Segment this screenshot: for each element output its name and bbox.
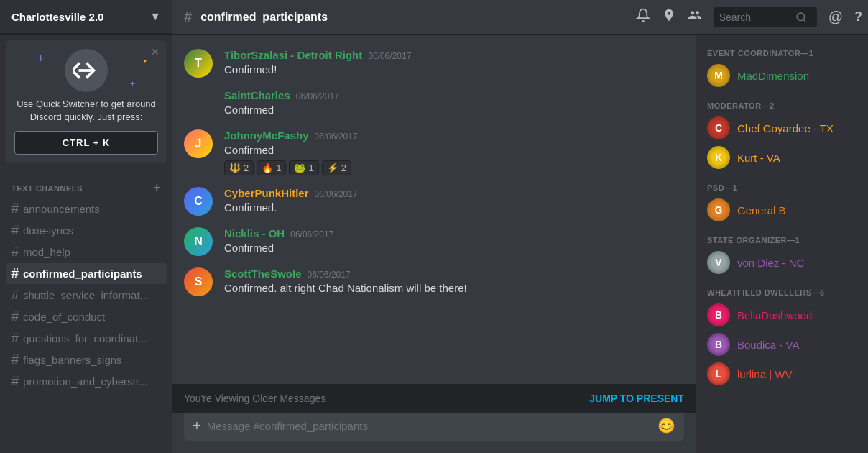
- message-header: JohnnyMcFashy 06/06/2017: [224, 129, 684, 142]
- message-content: Nicklis - OH 06/06/2017 Confirmed: [224, 227, 684, 256]
- channel-item-dixie-lyrics[interactable]: #dixie-lyrics: [6, 220, 167, 241]
- message-text: Confirmed. alt right Chad Nationalism wi…: [224, 281, 684, 296]
- message-author[interactable]: CyberPunkHitler: [224, 187, 309, 199]
- reaction[interactable]: 🐸1: [289, 160, 318, 175]
- channel-hash: #: [11, 223, 19, 238]
- reaction[interactable]: 🔱2: [224, 160, 254, 175]
- channel-name: promotion_and_cyberstr...: [23, 375, 147, 388]
- member-avatar: B: [707, 333, 730, 356]
- member-item[interactable]: V von Diez - NC: [696, 248, 868, 277]
- at-icon[interactable]: @: [828, 9, 843, 25]
- member-name: Chef Goyardee - TX: [737, 122, 834, 134]
- avatar: C: [184, 187, 213, 216]
- help-icon[interactable]: ?: [854, 9, 862, 24]
- message-header: SaintCharles 06/06/2017: [224, 89, 684, 101]
- member-item[interactable]: B BellaDashwood: [696, 301, 868, 329]
- member-item[interactable]: M MadDimension: [696, 61, 868, 90]
- reaction-count: 1: [308, 163, 313, 173]
- bell-icon[interactable]: [636, 8, 650, 26]
- attach-file-icon[interactable]: +: [193, 418, 201, 434]
- search-input[interactable]: [719, 12, 791, 23]
- sidebar-right: EVENT COORDINATOR—1 M MadDimension MODER…: [696, 35, 868, 453]
- arrows-icon: [73, 58, 99, 83]
- message-header: Nicklis - OH 06/06/2017: [224, 227, 684, 239]
- channel-item-flags-banners-signs[interactable]: #flags_banners_signs: [6, 349, 167, 370]
- channel-item-announcements[interactable]: #announcements: [6, 198, 167, 219]
- emoji-icon[interactable]: 😊: [657, 417, 675, 434]
- reaction-emoji: 🔥: [262, 163, 273, 173]
- message-header: ScottTheSwole 06/06/2017: [224, 267, 684, 280]
- message-author[interactable]: JohnnyMcFashy: [224, 129, 309, 142]
- reaction-count: 1: [276, 163, 281, 173]
- role-header: PSD—1: [696, 178, 868, 195]
- member-name: lurlina | WV: [737, 368, 792, 380]
- channel-item-mod-help[interactable]: #mod_help: [6, 242, 167, 262]
- add-channel-icon[interactable]: +: [153, 180, 161, 196]
- channel-name: code_of_conduct: [23, 311, 105, 323]
- message-header: TiborSzalasi - Detroit Right 06/06/2017: [224, 49, 684, 61]
- message-text: Confirmed: [224, 103, 684, 118]
- search-icon: [795, 12, 807, 23]
- server-header[interactable]: Charlottesville 2.0 ▼: [0, 0, 172, 34]
- quick-switcher-text: Use Quick Switcher to get around Discord…: [14, 98, 158, 124]
- sidebar-left: ✕ + + ● Use Quick Switcher to get around…: [0, 35, 172, 453]
- role-section: PSD—1 G General B: [696, 178, 868, 224]
- message-group: N Nicklis - OH 06/06/2017 Confirmed: [172, 224, 696, 259]
- search-bar[interactable]: [714, 7, 817, 27]
- channel-item-confirmed-participants[interactable]: #confirmed_participants: [6, 263, 167, 284]
- member-avatar: V: [707, 251, 730, 274]
- reaction-count: 2: [341, 163, 346, 173]
- message-author[interactable]: ScottTheSwole: [224, 267, 302, 280]
- member-item[interactable]: G General B: [696, 196, 868, 224]
- channel-name: shuttle_service_informat...: [23, 289, 149, 301]
- role-section: MODERATOR—2 C Chef Goyardee - TX K Kurt …: [696, 96, 868, 172]
- message-content: SaintCharles 06/06/2017 Confirmed: [224, 89, 684, 118]
- channel-name: dixie-lyrics: [23, 224, 73, 237]
- channel-item-code-of-conduct[interactable]: #code_of_conduct: [6, 306, 167, 327]
- message-author[interactable]: SaintCharles: [224, 89, 290, 101]
- pin-icon[interactable]: [662, 8, 676, 26]
- message-group: J JohnnyMcFashy 06/06/2017 Confirmed 🔱2🔥…: [172, 127, 696, 179]
- role-header: WHEATFIELD DWELLERS—6: [696, 283, 868, 300]
- avatar-spacer: [184, 89, 213, 118]
- qs-dot-left: +: [37, 52, 44, 65]
- member-name: Boudica - VA: [737, 339, 799, 351]
- member-name: von Diez - NC: [737, 257, 804, 269]
- channel-item-promotion-and-cyberstr---[interactable]: #promotion_and_cyberstr...: [6, 371, 167, 392]
- channel-name: flags_banners_signs: [23, 354, 122, 366]
- channel-item-questions-for-coordinat---[interactable]: #questions_for_coordinat...: [6, 328, 167, 349]
- reaction-emoji: 🐸: [294, 163, 305, 173]
- message-input-wrap: + 😊: [172, 410, 696, 453]
- quick-switcher-shortcut[interactable]: CTRL + K: [14, 131, 158, 155]
- member-item[interactable]: L lurlina | WV: [696, 360, 868, 388]
- member-item[interactable]: C Chef Goyardee - TX: [696, 114, 868, 142]
- member-item[interactable]: K Kurt - VA: [696, 143, 868, 172]
- chat-area: T TiborSzalasi - Detroit Right 06/06/201…: [172, 35, 696, 453]
- message-input[interactable]: [207, 420, 652, 432]
- qs-dot-right: +: [130, 79, 135, 89]
- server-name: Charlottesville 2.0: [11, 11, 103, 23]
- message-author[interactable]: Nicklis - OH: [224, 227, 285, 239]
- message-content: CyberPunkHitler 06/06/2017 Confirmed.: [224, 187, 684, 216]
- role-header: EVENT COORDINATOR—1: [696, 43, 868, 60]
- reaction-emoji: 🔱: [229, 163, 241, 173]
- member-name: MadDimension: [737, 70, 809, 82]
- svg-line-1: [803, 19, 805, 22]
- member-name: BellaDashwood: [737, 309, 812, 321]
- reaction-count: 2: [244, 163, 249, 173]
- channel-item-shuttle-service-informat---[interactable]: #shuttle_service_informat...: [6, 285, 167, 306]
- server-dropdown-icon[interactable]: ▼: [149, 10, 161, 23]
- reaction[interactable]: 🔥1: [257, 160, 286, 175]
- reaction-emoji: ⚡: [327, 163, 338, 173]
- member-item[interactable]: B Boudica - VA: [696, 330, 868, 359]
- message-author[interactable]: TiborSzalasi - Detroit Right: [224, 49, 362, 61]
- channel-hash: #: [11, 266, 19, 281]
- reaction[interactable]: ⚡2: [322, 160, 351, 175]
- avatar: T: [184, 49, 213, 78]
- jump-to-present-button[interactable]: JUMP TO PRESENT: [589, 393, 684, 404]
- top-bar-actions: @ ?: [636, 7, 868, 27]
- members-icon[interactable]: [688, 8, 702, 26]
- message-header: CyberPunkHitler 06/06/2017: [224, 187, 684, 199]
- channel-name: announcements: [23, 203, 100, 215]
- quick-switcher-icon: [65, 49, 108, 92]
